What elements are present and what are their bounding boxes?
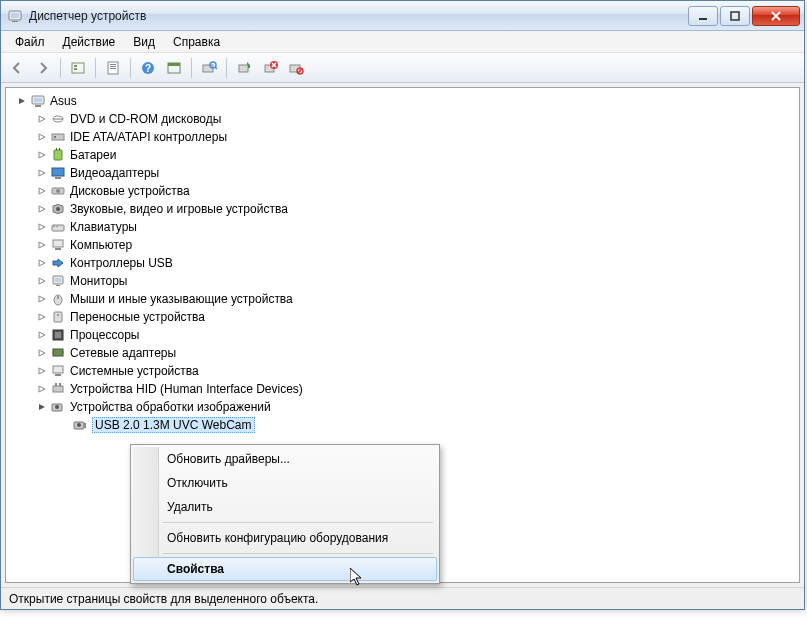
svg-rect-40	[53, 226, 55, 227]
svg-rect-56	[53, 366, 63, 373]
svg-rect-58	[53, 386, 63, 392]
svg-rect-1	[11, 13, 19, 18]
menu-action[interactable]: Действие	[55, 33, 124, 51]
back-button[interactable]	[5, 56, 29, 80]
tree-category-row[interactable]: Контроллеры USB	[8, 254, 797, 272]
svg-rect-48	[57, 296, 59, 299]
tree-category-row[interactable]: Сетевые адаптеры	[8, 344, 797, 362]
tree-root-label: Asus	[50, 94, 77, 108]
expand-icon[interactable]	[36, 329, 48, 341]
svg-rect-32	[56, 148, 57, 150]
expand-icon[interactable]	[36, 203, 48, 215]
toolbar-separator	[60, 58, 61, 78]
expand-icon[interactable]	[36, 365, 48, 377]
disable-button[interactable]	[284, 56, 308, 80]
tree-category-row[interactable]: Мониторы	[8, 272, 797, 290]
tree-category-row[interactable]: IDE ATA/ATAPI контроллеры	[8, 128, 797, 146]
expand-icon[interactable]	[36, 239, 48, 251]
category-icon	[50, 147, 66, 163]
category-icon	[50, 201, 66, 217]
tree-device-row[interactable]: USB 2.0 1.3M UVC WebCam	[8, 416, 797, 434]
context-menu-separator	[163, 553, 433, 554]
expand-icon[interactable]	[36, 275, 48, 287]
svg-rect-42	[53, 240, 63, 247]
properties-button[interactable]	[101, 56, 125, 80]
svg-rect-3	[699, 18, 707, 20]
svg-rect-30	[54, 136, 56, 138]
expand-icon[interactable]	[36, 383, 48, 395]
svg-rect-53	[53, 349, 63, 356]
maximize-button[interactable]	[720, 6, 750, 26]
expand-icon[interactable]	[36, 221, 48, 233]
tree-category-label: Звуковые, видео и игровые устройства	[70, 202, 288, 216]
tree-category-label: Дисковые устройства	[70, 184, 190, 198]
tree-category-row[interactable]: Переносные устройства	[8, 308, 797, 326]
menu-file[interactable]: Файл	[7, 33, 53, 51]
minimize-button[interactable]	[688, 6, 718, 26]
scan-hardware-button[interactable]	[197, 56, 221, 80]
tree-category-label: Системные устройства	[70, 364, 199, 378]
category-icon	[50, 327, 66, 343]
expand-icon[interactable]	[36, 293, 48, 305]
tree-category-row[interactable]: Видеоадаптеры	[8, 164, 797, 182]
expand-icon[interactable]	[36, 167, 48, 179]
expand-icon[interactable]	[36, 113, 48, 125]
webcam-icon	[72, 417, 88, 433]
collapse-icon[interactable]	[36, 401, 48, 413]
expand-icon[interactable]	[36, 257, 48, 269]
ctx-update-drivers[interactable]: Обновить драйверы...	[133, 447, 437, 471]
uninstall-button[interactable]	[258, 56, 282, 80]
tree-category-row[interactable]: Клавиатуры	[8, 218, 797, 236]
ctx-scan-hardware[interactable]: Обновить конфигурацию оборудования	[133, 526, 437, 550]
svg-rect-35	[55, 177, 61, 179]
tree-category-row[interactable]: Мыши и иные указывающие устройства	[8, 290, 797, 308]
tree-root[interactable]: Asus	[8, 92, 797, 110]
collapse-icon[interactable]	[16, 95, 28, 107]
svg-point-64	[77, 423, 81, 427]
view-button[interactable]	[162, 56, 186, 80]
svg-rect-45	[55, 278, 61, 282]
expand-icon[interactable]	[36, 311, 48, 323]
tree-category-row[interactable]: Устройства HID (Human Interface Devices)	[8, 380, 797, 398]
category-icon	[50, 381, 66, 397]
help-button[interactable]: ?	[136, 56, 160, 80]
svg-text:?: ?	[145, 63, 151, 74]
ctx-disable[interactable]: Отключить	[133, 471, 437, 495]
update-driver-button[interactable]	[232, 56, 256, 80]
menu-view[interactable]: Вид	[125, 33, 163, 51]
expand-icon[interactable]	[36, 149, 48, 161]
tree-category-row[interactable]: DVD и CD-ROM дисководы	[8, 110, 797, 128]
toolbar-separator	[191, 58, 192, 78]
close-button[interactable]	[752, 6, 800, 26]
svg-rect-7	[74, 68, 77, 70]
tree-category-row[interactable]: Процессоры	[8, 326, 797, 344]
svg-rect-41	[56, 226, 58, 227]
category-icon	[50, 255, 66, 271]
tree-category-row[interactable]: Дисковые устройства	[8, 182, 797, 200]
expand-icon[interactable]	[36, 347, 48, 359]
ctx-delete[interactable]: Удалить	[133, 495, 437, 519]
context-menu-separator	[163, 522, 433, 523]
tree-category-label: Мониторы	[70, 274, 127, 288]
forward-button[interactable]	[31, 56, 55, 80]
expand-icon[interactable]	[36, 131, 48, 143]
svg-rect-55	[63, 351, 64, 354]
tree-category-row[interactable]: Устройства обработки изображений	[8, 398, 797, 416]
ctx-properties[interactable]: Свойства	[133, 557, 437, 581]
tree-category-label: Устройства HID (Human Interface Devices)	[70, 382, 303, 396]
svg-rect-27	[53, 118, 63, 120]
svg-rect-4	[731, 12, 739, 20]
tree-category-label: DVD и CD-ROM дисководы	[70, 112, 221, 126]
expand-icon[interactable]	[36, 185, 48, 197]
tree-category-row[interactable]: Компьютер	[8, 236, 797, 254]
tree-category-label: Батареи	[70, 148, 116, 162]
svg-rect-15	[168, 63, 180, 66]
show-hidden-button[interactable]	[66, 56, 90, 80]
tree-category-label: Мыши и иные указывающие устройства	[70, 292, 293, 306]
tree-category-row[interactable]: Системные устройства	[8, 362, 797, 380]
tree-category-row[interactable]: Батареи	[8, 146, 797, 164]
svg-rect-29	[52, 134, 64, 140]
tree-category-label: Переносные устройства	[70, 310, 205, 324]
menu-help[interactable]: Справка	[165, 33, 228, 51]
tree-category-row[interactable]: Звуковые, видео и игровые устройства	[8, 200, 797, 218]
